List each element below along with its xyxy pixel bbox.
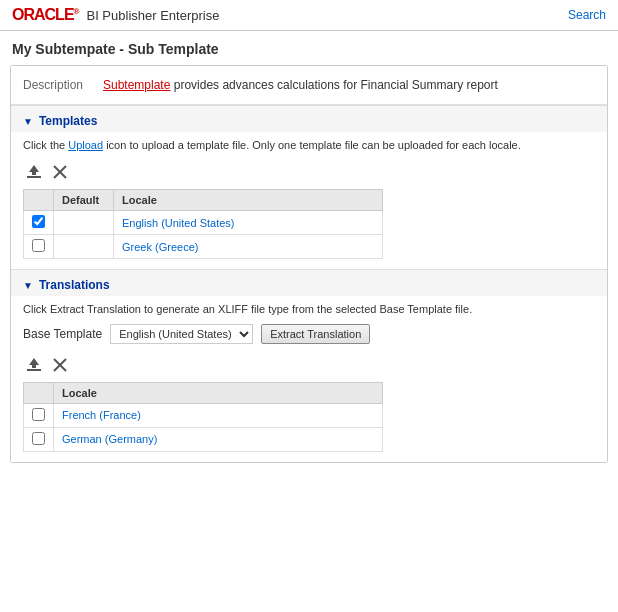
templates-row1-checkbox[interactable] [32,215,45,228]
translations-section-body: Click Extract Translation to generate an… [11,296,607,461]
description-label: Description [23,76,103,92]
extract-hint-text: Extract Translation [50,303,141,315]
templates-col-default: Default [54,190,114,211]
templates-row2-locale: Greek (Greece) [114,235,383,259]
translations-hint: Click Extract Translation to generate an… [23,302,595,317]
templates-table: Default Locale English (United States) [23,189,383,259]
svg-marker-5 [29,358,39,368]
content-area: Description Subtemplate provides advance… [10,65,608,463]
translations-section-title: Translations [39,278,110,292]
templates-row2-locale-link[interactable]: Greek (Greece) [122,241,198,253]
templates-section-title: Templates [39,114,97,128]
page-title: My Subtempate - Sub Template [0,31,618,65]
templates-row1-locale: English (United States) [114,211,383,235]
description-text: Subtemplate provides advances calculatio… [103,76,498,94]
search-link[interactable]: Search [568,8,606,22]
translations-toolbar [23,352,595,378]
table-row: English (United States) [24,211,383,235]
subtemplate-link[interactable]: Subtemplate [103,78,170,92]
templates-row2-default [54,235,114,259]
translations-upload-button[interactable] [23,354,45,376]
trans-row1-checkbox[interactable] [32,408,45,421]
table-row: Greek (Greece) [24,235,383,259]
header-left: ORACLE® BI Publisher Enterprise [12,6,219,24]
templates-col-checkbox [24,190,54,211]
header-product: BI Publisher Enterprise [86,8,219,23]
trans-row1-checkbox-cell [24,403,54,427]
templates-row1-checkbox-cell [24,211,54,235]
svg-rect-4 [27,369,41,371]
translations-table: Locale French (France) [23,382,383,452]
templates-row2-checkbox[interactable] [32,239,45,252]
templates-row1-locale-link[interactable]: English (United States) [122,217,235,229]
trans-row2-checkbox-cell [24,427,54,451]
delete-button[interactable] [49,161,71,183]
trans-row2-locale-link[interactable]: German (Germany) [62,433,157,445]
trans-row2-locale: German (Germany) [54,427,383,451]
oracle-logo: ORACLE® [12,6,78,24]
templates-collapse-icon[interactable]: ▼ [23,116,33,127]
templates-col-locale: Locale [114,190,383,211]
extract-translation-button[interactable]: Extract Translation [261,324,370,344]
upload-button[interactable] [23,161,45,183]
translations-section-header: ▼ Translations [11,269,607,296]
translations-collapse-icon[interactable]: ▼ [23,280,33,291]
table-row: French (France) [24,403,383,427]
trans-col-locale: Locale [54,382,383,403]
header: ORACLE® BI Publisher Enterprise Search [0,0,618,31]
trans-col-checkbox [24,382,54,403]
translations-delete-button[interactable] [49,354,71,376]
templates-section-body: Click the Upload icon to upload a templa… [11,132,607,269]
templates-section-header: ▼ Templates [11,105,607,132]
description-row: Description Subtemplate provides advance… [11,66,607,105]
svg-rect-0 [27,176,41,178]
svg-marker-1 [29,165,39,175]
templates-row2-checkbox-cell [24,235,54,259]
templates-row1-default [54,211,114,235]
base-template-select[interactable]: English (United States) Greek (Greece) [110,324,253,344]
trans-row2-checkbox[interactable] [32,432,45,445]
trans-row1-locale: French (France) [54,403,383,427]
base-template-row: Base Template English (United States) Gr… [23,324,595,344]
upload-hint-link[interactable]: Upload [68,139,103,151]
table-row: German (Germany) [24,427,383,451]
trans-row1-locale-link[interactable]: French (France) [62,409,141,421]
base-template-label: Base Template [23,327,102,341]
templates-toolbar [23,159,595,185]
templates-hint: Click the Upload icon to upload a templa… [23,138,595,153]
